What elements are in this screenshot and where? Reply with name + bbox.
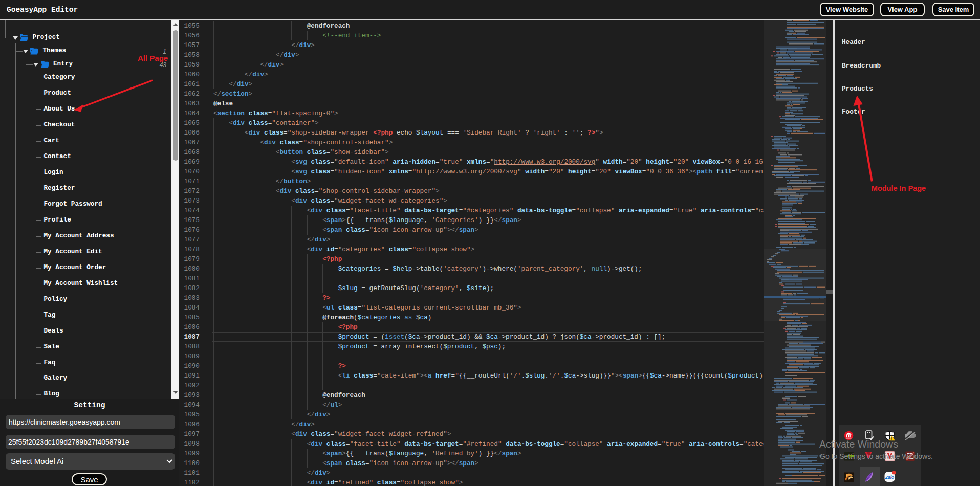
svg-text:Zalo: Zalo [885,475,894,480]
svg-text:Module In Page: Module In Page [872,184,926,192]
